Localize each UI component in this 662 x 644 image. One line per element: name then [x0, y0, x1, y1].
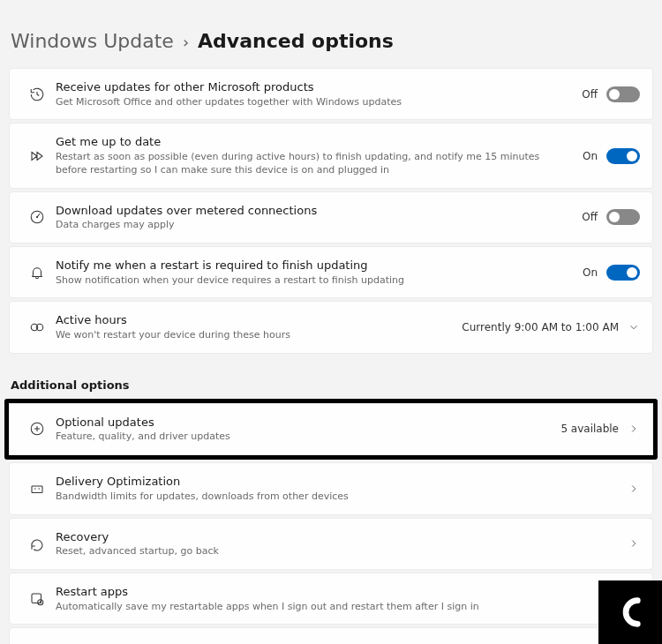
row-desc: Show notification when your device requi…: [56, 274, 574, 288]
row-desc: Get Microsoft Office and other updates t…: [56, 96, 573, 109]
row-desc: Bandwidth limits for updates, downloads …: [56, 490, 619, 504]
chevron-right-icon: [628, 423, 640, 435]
row-title: Delivery Optimization: [56, 474, 619, 490]
toggle-state-label: Off: [582, 211, 598, 223]
toggle-metered[interactable]: [606, 209, 640, 225]
row-desc: Restart as soon as possible (even during…: [56, 151, 574, 177]
row-title: Restart apps: [56, 584, 619, 600]
row-desc: Automatically save my restartable apps w…: [56, 601, 619, 614]
row-title: Receive updates for other Microsoft prod…: [56, 79, 573, 95]
page-title: Advanced options: [198, 30, 394, 52]
recovery-icon: [19, 535, 56, 551]
row-title: Recovery: [56, 529, 619, 545]
row-desc: We won't restart your device during thes…: [56, 329, 453, 342]
active-hours-icon: [19, 319, 56, 335]
row-restart-apps[interactable]: Restart apps Automatically save my resta…: [9, 573, 653, 625]
active-hours-value: Currently 9:00 AM to 1:00 AM: [462, 321, 619, 333]
chevron-right-icon: [628, 483, 640, 495]
highlight-optional-updates: Optional updates Feature, quality, and d…: [4, 399, 658, 460]
svg-rect-5: [32, 486, 42, 493]
delivery-icon: [19, 481, 56, 497]
chevron-right-icon: ›: [183, 33, 189, 51]
row-title: Download updates over metered connection…: [56, 203, 573, 219]
toggle-state-label: On: [583, 266, 598, 279]
history-icon: [19, 86, 56, 102]
section-additional-options: Additional options: [11, 378, 653, 392]
corner-logo: [598, 580, 662, 644]
breadcrumb: Windows Update › Advanced options: [9, 11, 653, 68]
toggle-state-label: Off: [582, 88, 598, 101]
chevron-down-icon: [628, 321, 640, 333]
row-active-hours[interactable]: Active hours We won't restart your devic…: [9, 301, 653, 353]
row-configured-policies[interactable]: Configured update policies: [9, 627, 653, 644]
row-metered[interactable]: Download updates over metered connection…: [9, 191, 653, 243]
svg-rect-6: [32, 594, 41, 603]
row-title: Optional updates: [56, 415, 552, 431]
row-desc: Feature, quality, and driver updates: [56, 431, 552, 444]
toggle-other-products[interactable]: [606, 86, 640, 102]
row-desc: Reset, advanced startup, go back: [56, 545, 619, 558]
row-delivery-optimization[interactable]: Delivery Optimization Bandwidth limits f…: [9, 462, 653, 514]
fast-forward-icon: [19, 148, 56, 164]
gauge-icon: [19, 209, 56, 225]
row-title: Get me up to date: [56, 134, 574, 150]
restart-apps-icon: [19, 591, 56, 607]
row-recovery[interactable]: Recovery Reset, advanced startup, go bac…: [9, 518, 653, 570]
row-title: Notify me when a restart is required to …: [56, 258, 574, 273]
row-optional-updates[interactable]: Optional updates Feature, quality, and d…: [9, 403, 653, 455]
toggle-up-to-date[interactable]: [606, 148, 640, 164]
bell-icon: [19, 265, 56, 281]
svg-point-1: [36, 216, 38, 218]
row-other-products[interactable]: Receive updates for other Microsoft prod…: [9, 68, 653, 120]
row-desc: Data charges may apply: [56, 219, 573, 232]
row-up-to-date[interactable]: Get me up to date Restart as soon as pos…: [9, 123, 653, 188]
plus-circle-icon: [19, 421, 56, 437]
row-notify-restart[interactable]: Notify me when a restart is required to …: [9, 246, 653, 298]
optional-updates-count: 5 available: [560, 423, 619, 435]
row-title: Active hours: [56, 312, 453, 328]
chevron-right-icon: [628, 537, 640, 550]
toggle-notify-restart[interactable]: [606, 265, 640, 281]
toggle-state-label: On: [583, 150, 598, 162]
breadcrumb-parent[interactable]: Windows Update: [11, 30, 174, 52]
